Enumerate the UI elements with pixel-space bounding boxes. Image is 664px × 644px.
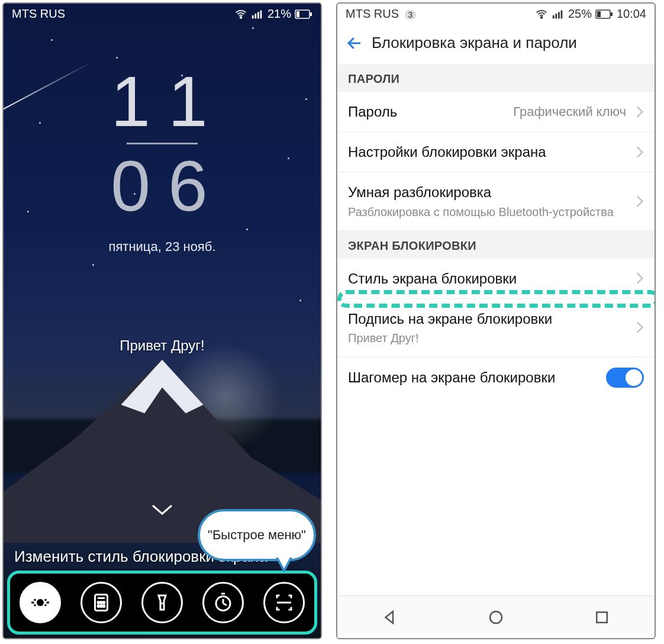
battery-pct: 21% xyxy=(267,7,291,21)
row-sublabel: Привет Друг! xyxy=(348,330,626,346)
row-lock-style[interactable]: Стиль экрана блокировки xyxy=(337,259,655,299)
nav-recent-button[interactable] xyxy=(593,608,611,626)
toggle-pedometer[interactable] xyxy=(606,368,644,388)
clock-minutes: 06 xyxy=(4,150,321,221)
lockscreen-clock: 11 06 пятница, 23 нояб. xyxy=(4,66,321,255)
status-time: 10:04 xyxy=(617,7,646,21)
svg-rect-5 xyxy=(257,12,259,18)
row-value: Графический ключ xyxy=(513,104,626,120)
quickmenu-timer-button[interactable] xyxy=(202,582,244,623)
svg-point-23 xyxy=(101,606,102,607)
row-label: Стиль экрана блокировки xyxy=(348,269,626,288)
chevron-right-icon xyxy=(636,105,644,118)
clock-divider xyxy=(127,143,198,144)
row-lock-settings[interactable]: Настройки блокировки экрана xyxy=(337,132,655,172)
svg-point-10 xyxy=(37,599,44,606)
statusbar: MTS RUS 3 25% 10:04 xyxy=(337,4,655,24)
statusbar: MTS RUS 21% xyxy=(4,4,321,24)
swipe-up-chevron-icon[interactable] xyxy=(150,503,174,520)
svg-rect-32 xyxy=(553,15,555,18)
svg-rect-16 xyxy=(45,604,47,606)
wifi-icon xyxy=(535,8,548,21)
quickmenu-recorder-button[interactable] xyxy=(20,582,61,623)
clock-hours: 11 xyxy=(4,66,321,137)
navigation-bar xyxy=(337,595,655,638)
row-sublabel: Разблокировка с помощью Bluetooth-устрой… xyxy=(348,204,626,220)
svg-marker-40 xyxy=(386,611,394,623)
chevron-right-icon xyxy=(636,272,644,285)
row-label: Умная разблокировка xyxy=(348,183,626,201)
row-label: Шагомер на экране блокировки xyxy=(348,368,600,387)
phone-lockscreen: MTS RUS 21% 11 06 пятница, 23 нояб. Прив… xyxy=(2,2,322,639)
svg-rect-38 xyxy=(611,12,613,16)
carrier-label: MTS RUS 3 xyxy=(346,7,416,21)
lockscreen-signature: Привет Друг! xyxy=(4,337,321,354)
svg-rect-8 xyxy=(296,11,299,17)
svg-point-24 xyxy=(103,606,105,607)
signal-icon xyxy=(251,8,264,21)
quickmenu-calculator-button[interactable] xyxy=(80,582,122,623)
svg-rect-3 xyxy=(252,15,254,18)
annotation-callout: "Быстрое меню" xyxy=(198,509,316,561)
section-header-passwords: ПАРОЛИ xyxy=(337,64,655,92)
page-title: Блокировка экрана и пароли xyxy=(372,34,577,52)
quickmenu-scanner-button[interactable] xyxy=(263,582,305,623)
clock-date: пятница, 23 нояб. xyxy=(4,239,321,255)
phone-settings: MTS RUS 3 25% 10:04 Блокировка экрана и … xyxy=(336,2,656,639)
wifi-icon xyxy=(234,8,247,21)
svg-rect-6 xyxy=(260,10,262,18)
appbar: Блокировка экрана и пароли xyxy=(337,24,655,64)
svg-rect-35 xyxy=(560,10,562,18)
annotation-callout-text: "Быстрое меню" xyxy=(208,527,306,543)
notification-count-badge: 3 xyxy=(405,10,417,20)
svg-rect-15 xyxy=(45,599,47,601)
svg-rect-13 xyxy=(34,599,36,601)
svg-point-19 xyxy=(98,602,99,604)
svg-rect-9 xyxy=(310,12,312,16)
svg-rect-4 xyxy=(254,14,256,18)
svg-rect-37 xyxy=(597,11,601,17)
svg-rect-12 xyxy=(47,602,50,604)
svg-point-20 xyxy=(101,602,102,604)
chevron-right-icon xyxy=(636,195,644,208)
svg-point-31 xyxy=(541,17,543,18)
chevron-right-icon xyxy=(636,321,644,334)
section-header-lockscreen: ЭКРАН БЛОКИРОВКИ xyxy=(337,231,655,259)
svg-rect-14 xyxy=(34,604,36,606)
row-label: Пароль xyxy=(348,102,507,121)
battery-icon xyxy=(595,9,613,19)
svg-rect-33 xyxy=(555,14,557,18)
nav-home-button[interactable] xyxy=(487,608,505,626)
svg-rect-42 xyxy=(597,612,607,623)
svg-point-21 xyxy=(103,602,105,604)
row-label: Настройки блокировки экрана xyxy=(348,143,626,161)
battery-icon xyxy=(295,9,312,19)
row-label: Подпись на экране блокировки xyxy=(348,310,626,328)
carrier-text: MTS RUS xyxy=(346,7,399,20)
back-button[interactable] xyxy=(346,34,363,52)
row-signature[interactable]: Подпись на экране блокировки Привет Друг… xyxy=(337,299,655,357)
svg-line-28 xyxy=(223,604,227,606)
quickmenu-toolbar xyxy=(7,571,317,635)
svg-rect-11 xyxy=(31,602,34,604)
svg-point-2 xyxy=(240,17,242,18)
row-pedometer[interactable]: Шагомер на экране блокировки xyxy=(337,357,655,398)
signal-icon xyxy=(552,8,565,21)
svg-point-22 xyxy=(98,606,99,607)
battery-pct: 25% xyxy=(568,7,592,21)
row-smart-unlock[interactable]: Умная разблокировка Разблокировка с помо… xyxy=(337,172,655,230)
quickmenu-flashlight-button[interactable] xyxy=(141,582,183,623)
carrier-label: MTS RUS xyxy=(12,7,65,21)
row-password[interactable]: Пароль Графический ключ xyxy=(337,92,655,132)
svg-rect-34 xyxy=(558,12,560,18)
chevron-right-icon xyxy=(636,146,644,159)
nav-back-button[interactable] xyxy=(381,608,399,626)
svg-point-41 xyxy=(490,611,502,623)
